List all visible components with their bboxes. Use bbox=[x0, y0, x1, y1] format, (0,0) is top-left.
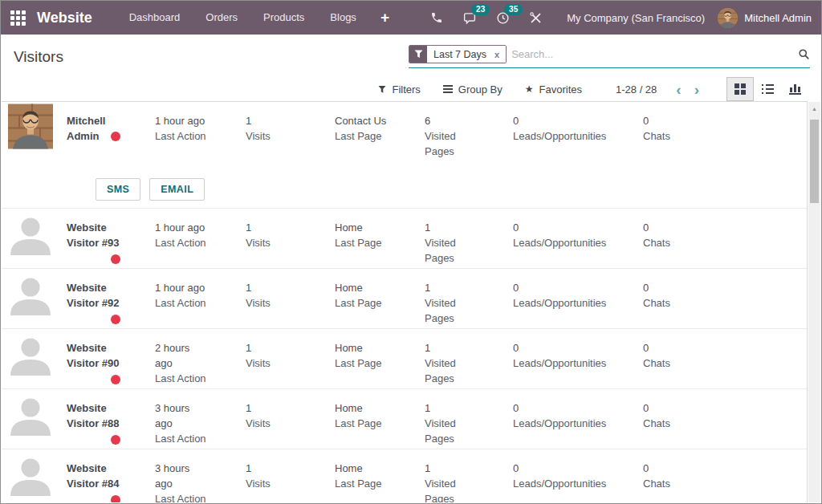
graph-view-button[interactable] bbox=[781, 77, 808, 101]
visits-value: 1 bbox=[246, 113, 335, 128]
visitor-avatar bbox=[2, 449, 67, 502]
filters-button[interactable]: Filters bbox=[378, 83, 420, 96]
nav-item-products[interactable]: Products bbox=[250, 1, 317, 35]
presence-dot bbox=[111, 254, 120, 264]
pager: 1-28 / 28 ‹ › bbox=[616, 82, 706, 97]
visitor-name: Website Visitor #88 bbox=[67, 400, 123, 431]
last-action-value: 1 hour ago bbox=[155, 220, 208, 235]
visits-value: 1 bbox=[246, 461, 335, 476]
visits-label: Visits bbox=[246, 356, 335, 371]
last-page-value: Contact Us bbox=[335, 113, 407, 128]
favorites-button[interactable]: ★ Favorites bbox=[525, 83, 582, 96]
list-view-button[interactable] bbox=[754, 77, 781, 101]
leads-value: 0 bbox=[513, 280, 637, 295]
new-content-plus-icon[interactable]: + bbox=[369, 9, 401, 26]
pager-next-icon[interactable]: › bbox=[688, 82, 706, 97]
favorites-label: Favorites bbox=[539, 83, 582, 96]
facet-remove-icon[interactable]: x bbox=[493, 46, 506, 63]
visitor-card[interactable]: Website Visitor #93 1 hour ago Last Acti… bbox=[2, 209, 807, 269]
visited-pages-value: 1 bbox=[425, 461, 481, 476]
visitor-card[interactable]: Website Visitor #92 1 hour ago Last Acti… bbox=[2, 269, 807, 329]
visited-pages-cell: 1 Visited Pages bbox=[425, 209, 513, 268]
messages-icon[interactable]: 23 bbox=[453, 11, 486, 25]
scrollbar-up-arrow[interactable]: ▲ bbox=[808, 102, 820, 115]
visitor-placeholder-avatar bbox=[8, 270, 53, 315]
top-navbar: Website Dashboard Orders Products Blogs … bbox=[1, 1, 821, 35]
visitor-name: Website Visitor #84 bbox=[67, 461, 123, 491]
visitor-placeholder-avatar bbox=[8, 210, 53, 255]
visitor-placeholder-avatar bbox=[8, 451, 53, 496]
leads-value: 0 bbox=[513, 340, 637, 356]
last-action-cell: 1 hour ago Last Action bbox=[155, 102, 246, 159]
kanban-view-button[interactable] bbox=[726, 77, 754, 101]
user-menu[interactable]: Mitchell Admin bbox=[718, 8, 812, 28]
list-icon bbox=[762, 84, 774, 94]
visited-pages-value: 1 bbox=[425, 340, 481, 356]
search-input[interactable] bbox=[507, 47, 798, 62]
leads-label: Leads/Opportunities bbox=[513, 416, 637, 431]
last-action-cell: 1 hour ago Last Action bbox=[155, 269, 246, 328]
visitor-photo-avatar bbox=[8, 104, 53, 149]
visits-label: Visits bbox=[246, 295, 335, 311]
visits-cell: 1 Visits bbox=[246, 209, 335, 268]
phone-icon[interactable] bbox=[421, 11, 453, 24]
visited-pages-label: Visited Pages bbox=[425, 476, 481, 502]
visitor-card[interactable]: Website Visitor #84 3 hours ago Last Act… bbox=[2, 449, 807, 502]
app-brand[interactable]: Website bbox=[37, 10, 92, 26]
search-icon[interactable] bbox=[798, 48, 810, 60]
tools-icon[interactable] bbox=[519, 11, 552, 25]
visitor-name-cell: Website Visitor #84 bbox=[67, 449, 155, 502]
visitor-name-cell: Mitchell Admin bbox=[67, 102, 155, 159]
kanban-icon bbox=[735, 83, 746, 95]
leads-value: 0 bbox=[513, 400, 637, 416]
filter-buttons: Filters Group By ★ Favorites bbox=[378, 83, 582, 96]
presence-dot bbox=[111, 315, 120, 324]
visitor-card[interactable]: Website Visitor #88 3 hours ago Last Act… bbox=[2, 389, 807, 449]
visitor-card[interactable]: Mitchell Admin 1 hour ago Last Action 1 … bbox=[2, 102, 807, 209]
chats-label: Chats bbox=[643, 295, 807, 311]
leads-value: 0 bbox=[513, 461, 637, 476]
chats-label: Chats bbox=[643, 356, 807, 371]
chats-value: 0 bbox=[643, 220, 807, 235]
leads-cell: 0 Leads/Opportunities bbox=[513, 269, 643, 328]
apps-menu-icon[interactable] bbox=[10, 10, 26, 26]
visitor-avatar bbox=[2, 269, 67, 328]
visitor-placeholder-avatar bbox=[8, 331, 53, 376]
chats-cell: 0 Chats bbox=[643, 329, 807, 388]
email-button[interactable]: EMAIL bbox=[149, 178, 205, 201]
nav-item-blogs[interactable]: Blogs bbox=[317, 1, 369, 35]
page-title: Visitors bbox=[14, 48, 63, 66]
search-bar[interactable]: Last 7 Days x bbox=[409, 45, 810, 68]
last-page-cell: Home Last Page bbox=[335, 269, 425, 328]
chats-cell: 0 Chats bbox=[643, 389, 807, 449]
last-page-label: Last Page bbox=[335, 356, 407, 371]
nav-item-dashboard[interactable]: Dashboard bbox=[116, 1, 193, 35]
vertical-scrollbar[interactable]: ▲ bbox=[808, 102, 820, 502]
nav-item-orders[interactable]: Orders bbox=[193, 1, 250, 35]
scrollbar-thumb[interactable] bbox=[810, 120, 819, 203]
presence-dot bbox=[111, 495, 120, 502]
activities-clock-icon[interactable]: 35 bbox=[486, 11, 519, 25]
last-page-cell: Home Last Page bbox=[335, 329, 425, 388]
sms-button[interactable]: SMS bbox=[96, 178, 140, 201]
leads-cell: 0 Leads/Opportunities bbox=[513, 102, 643, 159]
last-page-cell: Contact Us Last Page bbox=[335, 102, 425, 159]
visited-pages-label: Visited Pages bbox=[425, 356, 481, 386]
chats-label: Chats bbox=[643, 476, 807, 491]
company-switcher[interactable]: My Company (San Francisco) bbox=[567, 12, 705, 24]
presence-dot bbox=[111, 435, 120, 445]
chats-cell: 0 Chats bbox=[643, 102, 807, 159]
visitor-card[interactable]: Website Visitor #90 2 hours ago Last Act… bbox=[2, 329, 807, 389]
chats-value: 0 bbox=[643, 400, 807, 416]
last-action-label: Last Action bbox=[155, 128, 208, 144]
chats-label: Chats bbox=[643, 235, 807, 250]
visited-pages-value: 6 bbox=[425, 113, 481, 128]
last-page-label: Last Page bbox=[335, 295, 407, 311]
pager-prev-icon[interactable]: ‹ bbox=[669, 82, 687, 97]
leads-label: Leads/Opportunities bbox=[513, 235, 637, 250]
last-action-cell: 3 hours ago Last Action bbox=[155, 449, 246, 502]
last-action-cell: 3 hours ago Last Action bbox=[155, 389, 246, 449]
group-by-button[interactable]: Group By bbox=[443, 83, 503, 96]
visits-label: Visits bbox=[246, 476, 335, 491]
visitor-name-cell: Website Visitor #93 bbox=[67, 209, 155, 268]
